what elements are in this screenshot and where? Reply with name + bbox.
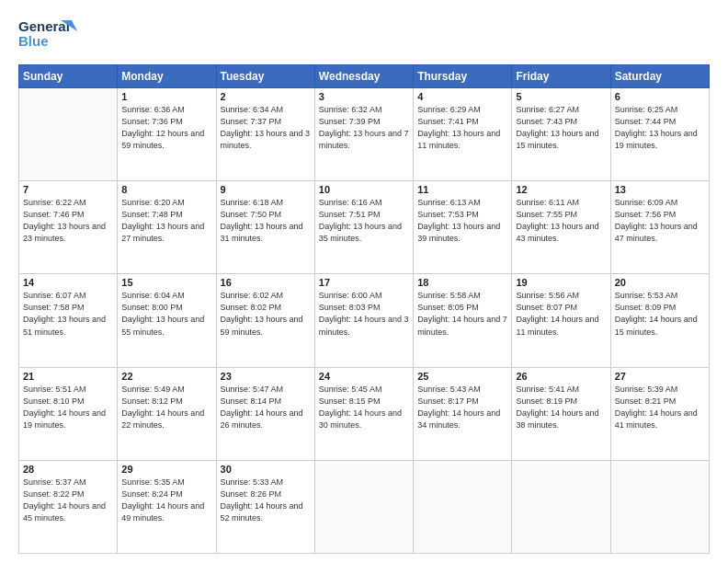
day-info: Sunrise: 6:27 AMSunset: 7:43 PMDaylight:… (516, 104, 606, 152)
day-info: Sunrise: 6:09 AMSunset: 7:56 PMDaylight:… (615, 197, 705, 245)
day-info: Sunrise: 6:11 AMSunset: 7:55 PMDaylight:… (516, 197, 606, 245)
weekday-header-cell: Friday (512, 65, 610, 88)
day-number: 3 (319, 91, 409, 102)
day-info: Sunrise: 5:58 AMSunset: 8:05 PMDaylight:… (417, 290, 507, 338)
weekday-header-cell: Thursday (414, 65, 512, 88)
day-number: 20 (615, 277, 705, 288)
calendar-cell: 12Sunrise: 6:11 AMSunset: 7:55 PMDayligh… (512, 181, 610, 274)
day-number: 18 (417, 277, 507, 288)
day-info: Sunrise: 6:20 AMSunset: 7:48 PMDaylight:… (121, 197, 211, 245)
calendar-cell: 27Sunrise: 5:39 AMSunset: 8:21 PMDayligh… (610, 367, 709, 460)
calendar-cell (512, 460, 610, 553)
calendar-cell (414, 460, 512, 553)
day-info: Sunrise: 6:25 AMSunset: 7:44 PMDaylight:… (615, 104, 705, 152)
day-number: 26 (516, 371, 606, 382)
day-number: 21 (23, 371, 113, 382)
calendar-table: SundayMondayTuesdayWednesdayThursdayFrid… (18, 64, 710, 554)
day-number: 2 (221, 91, 311, 102)
day-info: Sunrise: 5:43 AMSunset: 8:17 PMDaylight:… (417, 384, 507, 431)
day-info: Sunrise: 5:47 AMSunset: 8:14 PMDaylight:… (221, 384, 311, 431)
calendar-week-row: 28Sunrise: 5:37 AMSunset: 8:22 PMDayligh… (19, 460, 710, 553)
day-number: 8 (121, 184, 211, 195)
day-info: Sunrise: 5:56 AMSunset: 8:07 PMDaylight:… (516, 290, 606, 338)
calendar-cell (19, 88, 118, 181)
day-number: 12 (516, 184, 606, 195)
calendar-week-row: 1Sunrise: 6:36 AMSunset: 7:36 PMDaylight… (19, 88, 710, 181)
day-info: Sunrise: 6:34 AMSunset: 7:37 PMDaylight:… (221, 104, 311, 152)
day-info: Sunrise: 6:36 AMSunset: 7:36 PMDaylight:… (121, 104, 211, 152)
calendar-cell: 29Sunrise: 5:35 AMSunset: 8:24 PMDayligh… (118, 460, 216, 553)
weekday-header-cell: Sunday (19, 65, 118, 88)
day-number: 22 (121, 371, 211, 382)
logo-icon: General Blue (18, 15, 83, 53)
logo: General Blue (18, 15, 83, 57)
calendar-cell: 26Sunrise: 5:41 AMSunset: 8:19 PMDayligh… (512, 367, 610, 460)
day-info: Sunrise: 6:18 AMSunset: 7:50 PMDaylight:… (221, 197, 311, 245)
calendar-cell: 25Sunrise: 5:43 AMSunset: 8:17 PMDayligh… (414, 367, 512, 460)
weekday-header-cell: Wednesday (314, 65, 413, 88)
day-info: Sunrise: 6:29 AMSunset: 7:41 PMDaylight:… (417, 104, 507, 152)
calendar-cell (314, 460, 413, 553)
day-number: 29 (121, 464, 211, 475)
day-info: Sunrise: 6:04 AMSunset: 8:00 PMDaylight:… (121, 290, 211, 338)
page: General Blue SundayMondayTuesdayWednesda… (0, 0, 728, 563)
calendar-cell: 15Sunrise: 6:04 AMSunset: 8:00 PMDayligh… (118, 274, 216, 367)
day-number: 27 (615, 371, 705, 382)
calendar-cell: 30Sunrise: 5:33 AMSunset: 8:26 PMDayligh… (216, 460, 314, 553)
calendar-cell: 13Sunrise: 6:09 AMSunset: 7:56 PMDayligh… (610, 181, 709, 274)
weekday-header-cell: Tuesday (216, 65, 314, 88)
calendar-cell: 4Sunrise: 6:29 AMSunset: 7:41 PMDaylight… (414, 88, 512, 181)
calendar-cell: 23Sunrise: 5:47 AMSunset: 8:14 PMDayligh… (216, 367, 314, 460)
day-info: Sunrise: 5:39 AMSunset: 8:21 PMDaylight:… (615, 384, 705, 431)
day-info: Sunrise: 5:49 AMSunset: 8:12 PMDaylight:… (121, 384, 211, 431)
day-number: 30 (221, 464, 311, 475)
day-number: 15 (121, 277, 211, 288)
day-number: 19 (516, 277, 606, 288)
calendar-cell: 24Sunrise: 5:45 AMSunset: 8:15 PMDayligh… (314, 367, 413, 460)
day-number: 13 (615, 184, 705, 195)
calendar-cell (610, 460, 709, 553)
calendar-cell: 8Sunrise: 6:20 AMSunset: 7:48 PMDaylight… (118, 181, 216, 274)
day-number: 17 (319, 277, 409, 288)
day-info: Sunrise: 5:41 AMSunset: 8:19 PMDaylight:… (516, 384, 606, 431)
calendar-cell: 16Sunrise: 6:02 AMSunset: 8:02 PMDayligh… (216, 274, 314, 367)
day-number: 28 (23, 464, 113, 475)
header: General Blue (18, 15, 710, 57)
day-number: 6 (615, 91, 705, 102)
day-info: Sunrise: 5:33 AMSunset: 8:26 PMDaylight:… (221, 477, 311, 524)
calendar-cell: 7Sunrise: 6:22 AMSunset: 7:46 PMDaylight… (19, 181, 118, 274)
weekday-header-row: SundayMondayTuesdayWednesdayThursdayFrid… (19, 65, 710, 88)
calendar-cell: 18Sunrise: 5:58 AMSunset: 8:05 PMDayligh… (414, 274, 512, 367)
day-number: 14 (23, 277, 113, 288)
day-number: 5 (516, 91, 606, 102)
calendar-cell: 17Sunrise: 6:00 AMSunset: 8:03 PMDayligh… (314, 274, 413, 367)
day-info: Sunrise: 5:45 AMSunset: 8:15 PMDaylight:… (319, 384, 409, 431)
day-number: 25 (417, 371, 507, 382)
calendar-week-row: 7Sunrise: 6:22 AMSunset: 7:46 PMDaylight… (19, 181, 710, 274)
day-number: 7 (23, 184, 113, 195)
day-number: 24 (319, 371, 409, 382)
calendar-cell: 6Sunrise: 6:25 AMSunset: 7:44 PMDaylight… (610, 88, 709, 181)
day-number: 10 (319, 184, 409, 195)
calendar-cell: 22Sunrise: 5:49 AMSunset: 8:12 PMDayligh… (118, 367, 216, 460)
calendar-cell: 9Sunrise: 6:18 AMSunset: 7:50 PMDaylight… (216, 181, 314, 274)
calendar-week-row: 21Sunrise: 5:51 AMSunset: 8:10 PMDayligh… (19, 367, 710, 460)
day-info: Sunrise: 6:22 AMSunset: 7:46 PMDaylight:… (23, 197, 113, 245)
calendar-cell: 14Sunrise: 6:07 AMSunset: 7:58 PMDayligh… (19, 274, 118, 367)
calendar-week-row: 14Sunrise: 6:07 AMSunset: 7:58 PMDayligh… (19, 274, 710, 367)
svg-text:Blue: Blue (18, 33, 49, 49)
day-number: 1 (121, 91, 211, 102)
day-info: Sunrise: 5:35 AMSunset: 8:24 PMDaylight:… (121, 477, 211, 524)
day-number: 23 (221, 371, 311, 382)
day-info: Sunrise: 6:13 AMSunset: 7:53 PMDaylight:… (417, 197, 507, 245)
calendar-cell: 20Sunrise: 5:53 AMSunset: 8:09 PMDayligh… (610, 274, 709, 367)
day-info: Sunrise: 6:00 AMSunset: 8:03 PMDaylight:… (319, 290, 409, 338)
day-info: Sunrise: 6:02 AMSunset: 8:02 PMDaylight:… (221, 290, 311, 338)
calendar-cell: 1Sunrise: 6:36 AMSunset: 7:36 PMDaylight… (118, 88, 216, 181)
day-info: Sunrise: 6:16 AMSunset: 7:51 PMDaylight:… (319, 197, 409, 245)
day-info: Sunrise: 5:53 AMSunset: 8:09 PMDaylight:… (615, 290, 705, 338)
day-number: 9 (221, 184, 311, 195)
calendar-cell: 10Sunrise: 6:16 AMSunset: 7:51 PMDayligh… (314, 181, 413, 274)
calendar-cell: 5Sunrise: 6:27 AMSunset: 7:43 PMDaylight… (512, 88, 610, 181)
calendar-body: 1Sunrise: 6:36 AMSunset: 7:36 PMDaylight… (19, 88, 710, 554)
